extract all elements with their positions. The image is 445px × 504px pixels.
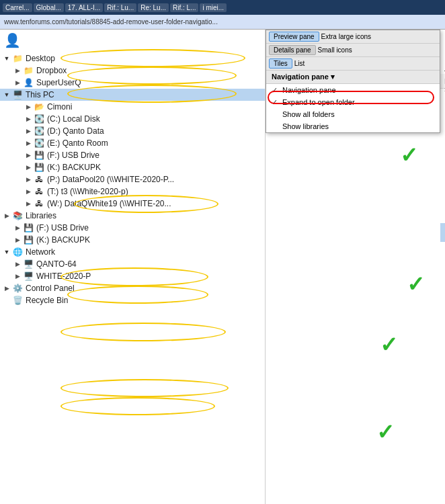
list-item-eqanto[interactable]: 💽 (E:) Qanto Room (440, 309, 445, 336)
context-menu-show-libraries[interactable]: Show libraries (266, 120, 440, 132)
list-item-pdatapool[interactable]: 🖧 (P:) DataPool20 (\\WHITE-2020-P) (440, 355, 445, 390)
list-item-qanto64[interactable]: 🖥️ QANTO-64 (440, 500, 445, 504)
expand-arrow[interactable]: ▶ (24, 200, 32, 208)
tree-item-p-datapool[interactable]: ▶ 🖧 (P:) DataPool20 (\\WHITE-2020-P... (0, 173, 265, 185)
user-avatar: 👤 (4, 32, 21, 48)
tiles-button[interactable]: Tiles (269, 58, 292, 69)
item-label: Cimoni (47, 102, 72, 112)
preview-pane-button[interactable]: Preview pane (269, 32, 319, 42)
taskbar-item[interactable]: Rif.: L... (170, 3, 198, 12)
list-item-localdisk[interactable]: 💽 (C:) Local Disk (440, 255, 445, 282)
tree-item-superuser[interactable]: ▶ 👤 SuperUserQ (0, 77, 265, 89)
network-disk-icon: 🖧 (34, 175, 44, 184)
tree-item-qanto64[interactable]: ▶ 🖥️ QANTO-64 (0, 258, 265, 270)
taskbar-item[interactable]: Carrel... (3, 3, 32, 12)
list-item-cimoni[interactable]: 📂 Cimoni (440, 242, 445, 255)
item-label: Recycle Bin (26, 296, 68, 305)
tree-item-dropbox[interactable]: ▶ 📁 Dropbox (0, 65, 265, 77)
list-item-dropbox[interactable]: 📁 Dropbox (440, 91, 445, 105)
expand-arrow[interactable]: ▶ (13, 79, 22, 87)
item-label: Network (26, 247, 55, 257)
taskbar-item[interactable]: i miei... (200, 3, 227, 12)
list-item-archivio[interactable]: 📁 Archivio (440, 132, 445, 145)
expand-arrow[interactable]: ▶ (13, 236, 22, 244)
expand-arrow[interactable]: ▶ (24, 115, 32, 123)
item-label: (E:) Qanto Room (47, 138, 108, 148)
expand-arrow[interactable]: ▼ (3, 248, 11, 256)
tree-item-thispc[interactable]: ▼ 🖥️ This PC (0, 89, 265, 101)
expand-open-label: Expand to open folder (282, 98, 355, 106)
expand-arrow[interactable]: ▶ (24, 175, 32, 183)
context-menu-expand-open[interactable]: Expand to open folder (266, 96, 440, 108)
control-panel-icon: ⚙️ (12, 284, 23, 293)
small-icons-label: Small icons (318, 46, 352, 54)
item-label: Desktop (26, 54, 55, 63)
expand-arrow[interactable]: ▶ (24, 187, 32, 196)
folder-icon: 📁 (23, 66, 34, 75)
expand-arrow[interactable]: ▶ (24, 163, 32, 171)
item-label: (K:) BACKUPK (47, 163, 101, 172)
list-item-wdataq[interactable]: 🖧 (W:) DataQWhite19 \ DataQWhite19 (\\WH… (440, 417, 445, 468)
address-bar: www.tenforums.com/tutorials/88845-add-re… (0, 15, 445, 30)
taskbar-item[interactable]: Global... (34, 3, 64, 12)
expand-arrow[interactable] (3, 296, 11, 304)
user-folder-icon: 👤 (23, 78, 34, 87)
tree-item-local-disk-c[interactable]: ▶ 💽 (C:) Local Disk (0, 113, 265, 125)
tree-item-network[interactable]: ▼ 🌐 Network (0, 246, 265, 258)
tree-item-f-usb2[interactable]: ▶ 💾 (F:) USB Drive (0, 222, 265, 234)
item-label: (F:) USB Drive (47, 151, 99, 160)
expand-arrow[interactable]: ▶ (3, 284, 11, 292)
item-label: QANTO-64 (36, 259, 77, 269)
expand-arrow[interactable]: ▶ (24, 127, 32, 135)
show-all-label: Show all folders (282, 110, 335, 118)
tree-item-white2020p[interactable]: ▶ 🖥️ WHITE-2020-P (0, 270, 265, 282)
tree-item-control-panel[interactable]: ▶ ⚙️ Control Panel (0, 282, 265, 294)
tree-item-desktop[interactable]: ▼ 📁 Desktop (0, 52, 265, 65)
context-menu-show-all[interactable]: Show all folders (266, 108, 440, 120)
expand-arrow[interactable]: ▶ (13, 260, 22, 268)
list-item-dropbox-cache[interactable]: 📁 .dropbox.cache (440, 105, 445, 118)
list-item-pcs[interactable]: 📁 PCs (440, 191, 445, 204)
tree-item-cimoni[interactable]: ▶ 📂 Cimoni (0, 101, 265, 113)
tree-item-e-qanto[interactable]: ▶ 💽 (E:) Qanto Room (0, 137, 265, 149)
disk-icon: 💽 (34, 138, 44, 148)
expand-arrow[interactable]: ▶ (13, 224, 22, 232)
item-label: (D:) Qanto Data (47, 126, 104, 136)
list-item-camera[interactable]: 📁 Camera Uploads (440, 145, 445, 164)
expand-arrow[interactable]: ▶ (13, 67, 22, 75)
expand-arrow[interactable]: ▶ (3, 212, 11, 220)
list-item-apps[interactable]: 📁 Apps (440, 118, 445, 132)
tree-item-k-backup2[interactable]: ▶ 💾 (K:) BACKUPK (0, 234, 265, 246)
list-item-kbackup[interactable]: 💾 (K:) BACKUPK (440, 336, 445, 355)
tree-item-recycle-bin[interactable]: 🗑️ Recycle Bin (0, 294, 265, 306)
context-menu-nav-pane[interactable]: Navigation pane (266, 84, 440, 96)
item-label: (P:) DataPool20 (\\WHITE-2020-P... (47, 175, 174, 184)
list-item-thispc[interactable]: 🖥️ This PC (440, 223, 445, 242)
taskbar-item[interactable]: 17. ALL-I... (65, 3, 103, 12)
tree-item-libraries[interactable]: ▶ 📚 Libraries (0, 210, 265, 222)
expand-arrow[interactable]: ▶ (24, 103, 32, 111)
tree-item-t-t3[interactable]: ▶ 🖧 (T:) t3 (\\White-2020-p) (0, 185, 265, 198)
context-menu-header[interactable]: Navigation pane ▾ (266, 71, 440, 84)
item-label: Dropbox (36, 66, 67, 75)
expand-arrow[interactable]: ▼ (3, 91, 11, 99)
expand-arrow[interactable]: ▶ (24, 151, 32, 159)
taskbar-item[interactable]: Re: Lu... (138, 3, 169, 12)
details-pane-button[interactable]: Details pane (269, 45, 316, 55)
list-item-privato[interactable]: 📁 Privato-Ch2 (440, 204, 445, 223)
list-item-network[interactable]: 🌐 Network (440, 487, 445, 500)
tree-item-w-dataq[interactable]: ▶ 🖧 (W:) DataQWhite19 (\\WHITE-20... (0, 198, 265, 210)
tree-item-f-usb[interactable]: ▶ 💾 (F:) USB Drive (0, 149, 265, 161)
expand-arrow[interactable]: ▶ (24, 139, 32, 147)
taskbar-item[interactable]: Rif.: Lu... (104, 3, 136, 12)
list-item-h6d[interactable]: 📁 H6 - D (440, 164, 445, 191)
list-item-tt3[interactable]: 🖧 (T:) t3 (\\White-2020-p) (440, 390, 445, 417)
ribbon-small-icons: Small icons (318, 45, 352, 55)
tree-item-d-qanto[interactable]: ▶ 💽 (D:) Qanto Data (0, 125, 265, 137)
expand-arrow[interactable]: ▶ (13, 272, 22, 280)
taskbar: Carrel... Global... 17. ALL-I... Rif.: L… (0, 0, 445, 15)
tree-item-k-backup[interactable]: ▶ 💾 (K:) BACKUPK (0, 161, 265, 173)
list-item-kbackup2[interactable]: 💾 (K:) BACKUPK (440, 468, 445, 487)
list-item-dqanto[interactable]: 💽 (D:) Qanto Data (440, 282, 445, 309)
expand-arrow[interactable]: ▼ (3, 54, 11, 62)
